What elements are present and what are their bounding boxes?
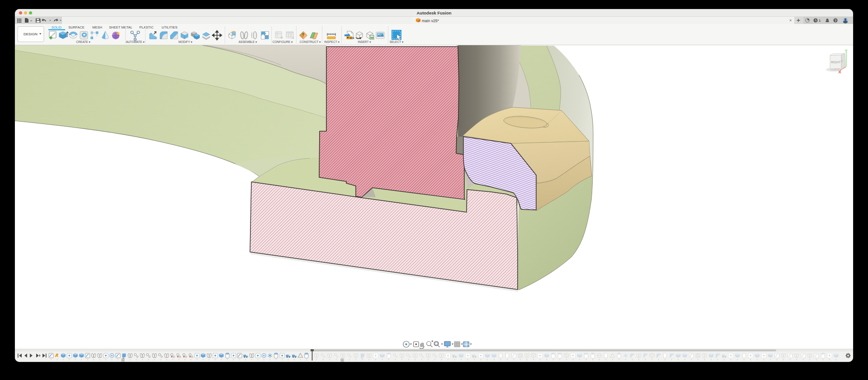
svg-text:1: 1 — [819, 19, 821, 23]
svg-text:SHEET METAL: SHEET METAL — [109, 25, 132, 29]
svg-text:SURFACE: SURFACE — [68, 25, 84, 29]
svg-text:INSPECT ▾: INSPECT ▾ — [324, 40, 340, 43]
svg-text:UTILITIES: UTILITIES — [161, 25, 177, 29]
svg-text:CONSTRUCT ▾: CONSTRUCT ▾ — [300, 40, 321, 43]
svg-text:INSERT ▾: INSERT ▾ — [358, 40, 371, 43]
svg-text:PLASTIC: PLASTIC — [139, 25, 154, 29]
svg-text:main v25*: main v25* — [422, 19, 439, 23]
svg-text:M: M — [371, 36, 374, 40]
svg-text:SVG: SVG — [349, 37, 354, 39]
svg-text:CREATE ▾: CREATE ▾ — [76, 40, 90, 43]
svg-text:SOLID: SOLID — [52, 25, 62, 29]
svg-text:SELECT ▾: SELECT ▾ — [390, 40, 404, 43]
svg-text:MODIFY ▾: MODIFY ▾ — [179, 40, 193, 43]
svg-text:RIGHT: RIGHT — [831, 61, 840, 64]
svg-text:DESIGN: DESIGN — [24, 32, 38, 36]
svg-text:?: ? — [835, 19, 836, 22]
svg-text:×: × — [789, 18, 792, 23]
svg-text:ASSEMBLE ▾: ASSEMBLE ▾ — [239, 40, 257, 43]
svg-text:CONFIGURE ▾: CONFIGURE ▾ — [273, 40, 293, 43]
svg-text:MESH: MESH — [92, 25, 102, 29]
